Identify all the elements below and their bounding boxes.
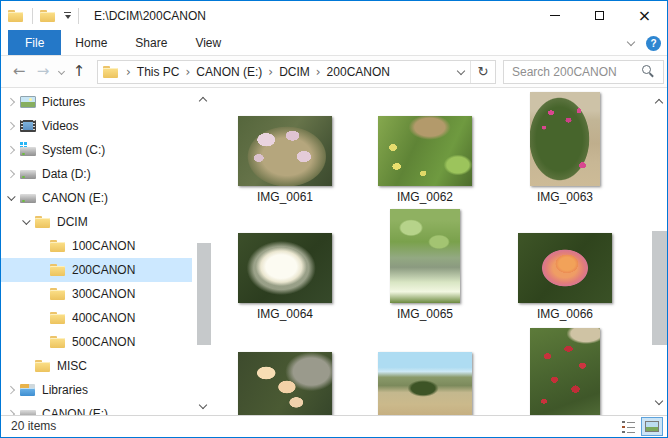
details-view-icon — [622, 421, 635, 433]
photo-thumbnail[interactable] — [390, 209, 460, 303]
tab-share[interactable]: Share — [121, 30, 181, 55]
recent-locations-dropdown-icon[interactable] — [55, 69, 67, 74]
window-controls: × — [532, 1, 667, 30]
close-icon: × — [638, 8, 651, 24]
scroll-up-icon[interactable] — [652, 94, 666, 108]
address-dropdown-icon[interactable] — [452, 68, 470, 76]
breadcrumb-item[interactable]: This PC — [137, 65, 180, 79]
items-count: 20 items — [11, 419, 56, 433]
explorer-window: E:\DCIM\200CANON × File Home Share View … — [0, 0, 668, 438]
breadcrumb-separator-icon: › — [186, 65, 191, 79]
titlebar-separator — [32, 8, 33, 24]
file-label: IMG_0062 — [355, 190, 495, 204]
photo-thumbnail[interactable] — [238, 233, 332, 303]
photo-thumbnail[interactable] — [378, 352, 472, 415]
help-icon[interactable]: ? — [646, 36, 661, 51]
breadcrumb-separator-icon: › — [126, 65, 131, 79]
minimize-icon — [550, 15, 560, 16]
window-title: E:\DCIM\200CANON — [94, 9, 206, 23]
file-item[interactable] — [495, 327, 635, 415]
breadcrumb-item[interactable]: 200CANON — [327, 65, 390, 79]
maximize-button[interactable] — [577, 1, 622, 30]
minimize-button[interactable] — [532, 1, 577, 30]
up-button[interactable]: ↑ — [67, 64, 91, 79]
file-item[interactable] — [355, 327, 495, 415]
file-label: IMG_0066 — [495, 307, 635, 321]
forward-button[interactable]: → — [31, 64, 55, 79]
file-grid: IMG_0061 IMG_0062 IMG_0063 IMG_0064 IMG_… — [1, 88, 667, 415]
file-item[interactable]: IMG_0066 — [495, 208, 635, 303]
tab-view[interactable]: View — [181, 30, 235, 55]
photo-thumbnail[interactable] — [378, 116, 472, 186]
file-item[interactable]: IMG_0063 — [495, 91, 635, 186]
breadcrumb-item[interactable]: CANON (E:) — [196, 65, 262, 79]
file-item[interactable]: IMG_0065 — [355, 208, 495, 303]
tab-file[interactable]: File — [8, 30, 61, 55]
main-area: Pictures Videos System (C:) Data (D:) CA… — [1, 88, 667, 415]
large-icons-view-button[interactable] — [641, 417, 663, 436]
scroll-down-icon[interactable] — [652, 395, 666, 409]
search-icon[interactable] — [642, 65, 655, 78]
qat-folder-icon[interactable] — [40, 8, 57, 24]
navigation-bar: ← → ↑ ›This PC›CANON (E:)›DCIM›200CANON … — [1, 56, 667, 88]
content-scrollbar[interactable] — [652, 88, 667, 415]
customize-qat-dropdown-icon[interactable] — [64, 12, 71, 19]
minimize-ribbon-chevron-icon[interactable] — [626, 38, 636, 48]
file-item[interactable]: IMG_0061 — [215, 91, 355, 186]
titlebar-separator — [78, 8, 79, 24]
file-label: IMG_0065 — [355, 307, 495, 321]
breadcrumb: ›This PC›CANON (E:)›DCIM›200CANON — [120, 65, 452, 79]
file-label: IMG_0063 — [495, 190, 635, 204]
search-input[interactable] — [504, 65, 642, 79]
breadcrumb-separator-icon: › — [268, 65, 273, 79]
search-box — [503, 60, 664, 84]
file-label: IMG_0064 — [215, 307, 355, 321]
file-item[interactable]: IMG_0064 — [215, 208, 355, 303]
app-folder-icon — [8, 8, 25, 24]
address-folder-icon — [103, 64, 120, 80]
breadcrumb-separator-icon: › — [316, 65, 321, 79]
thumbnails-view-icon — [645, 421, 659, 432]
titlebar: E:\DCIM\200CANON × — [1, 1, 667, 30]
file-item[interactable] — [215, 327, 355, 415]
refresh-icon[interactable]: ↻ — [471, 64, 495, 79]
back-button[interactable]: ← — [7, 64, 31, 79]
photo-thumbnail[interactable] — [238, 116, 332, 186]
file-item[interactable]: IMG_0062 — [355, 91, 495, 186]
tab-home[interactable]: Home — [61, 30, 121, 55]
close-button[interactable]: × — [622, 1, 667, 30]
file-label: IMG_0061 — [215, 190, 355, 204]
scrollbar-thumb[interactable] — [652, 231, 667, 345]
photo-thumbnail[interactable] — [238, 352, 332, 415]
status-bar: 20 items — [1, 415, 667, 436]
address-bar[interactable]: ›This PC›CANON (E:)›DCIM›200CANON ↻ — [97, 60, 496, 84]
ribbon-tabs: File Home Share View ? — [1, 30, 667, 56]
maximize-icon — [595, 11, 604, 20]
breadcrumb-item[interactable]: DCIM — [279, 65, 310, 79]
photo-thumbnail[interactable] — [530, 92, 600, 186]
photo-thumbnail[interactable] — [518, 233, 612, 303]
details-view-button[interactable] — [617, 417, 639, 436]
photo-thumbnail[interactable] — [530, 328, 600, 415]
